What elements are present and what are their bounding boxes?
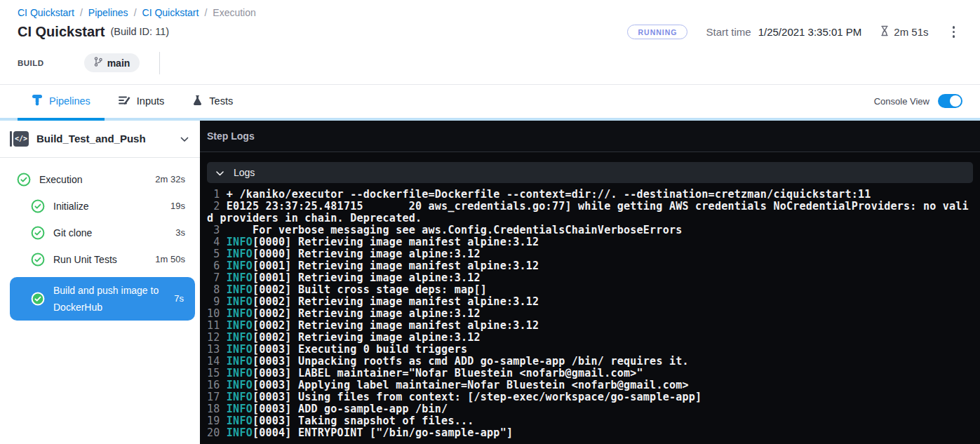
pipeline-icon	[32, 94, 43, 108]
log-line: 14 INFO[0003] Unpacking rootfs as cmd AD…	[207, 356, 973, 368]
step-duration: 7s	[174, 293, 184, 304]
log-line: 10 INFO[0002] Retrieving image alpine:3.…	[207, 308, 973, 320]
log-line: 4 INFO[0000] Retrieving image manifest a…	[207, 236, 973, 248]
pipeline-header[interactable]: </> Build_Test_and_Push	[0, 121, 200, 158]
step-duration: 1m 50s	[155, 254, 185, 264]
execution-sidebar: </> Build_Test_and_Push Execution2m 32sI…	[0, 121, 200, 444]
tab-label: Inputs	[137, 95, 165, 107]
step-label: Git clone	[53, 224, 170, 241]
log-line: 16 INFO[0003] Applying label maintainer=…	[207, 379, 973, 391]
tab-bar: Pipelines Inputs Tests Console View	[0, 85, 980, 121]
log-line: 20 INFO[0004] ENTRYPOINT ["/bin/go-sampl…	[207, 427, 973, 439]
tests-icon	[192, 95, 203, 108]
console-view-label: Console View	[874, 96, 929, 107]
start-time-label: Start time	[706, 26, 751, 38]
status-badge: RUNNING	[627, 25, 687, 39]
step-duration: 2m 32s	[155, 174, 185, 184]
step-item[interactable]: Execution2m 32s	[0, 166, 200, 193]
log-line: 2 E0125 23:37:25.481715 20 aws_credentia…	[207, 201, 973, 224]
page-title: CI Quickstart	[18, 24, 105, 40]
pipeline-name: Build_Test_and_Push	[36, 133, 180, 144]
tab-pipelines[interactable]: Pipelines	[18, 85, 105, 118]
more-options-button[interactable]	[947, 23, 961, 41]
log-line: 5 INFO[0000] Retrieving image alpine:3.1…	[207, 248, 973, 260]
step-label: Build and push image to DockerHub	[53, 282, 168, 316]
git-branch-icon	[94, 57, 102, 69]
step-duration: 19s	[170, 201, 185, 211]
breadcrumb: CI Quickstart / Pipelines / CI Quickstar…	[18, 7, 966, 18]
breadcrumb-current: Execution	[213, 7, 255, 18]
log-line: 17 INFO[0003] Using files from context: …	[207, 391, 973, 403]
console-view-toggle[interactable]	[938, 94, 962, 108]
code-stage-icon: </>	[10, 131, 29, 147]
step-label: Execution	[39, 171, 149, 188]
log-line: 13 INFO[0003] Executing 0 build triggers	[207, 344, 973, 356]
log-line: 8 INFO[0002] Built cross stage deps: map…	[207, 284, 973, 296]
step-item[interactable]: Initialize19s	[0, 193, 200, 220]
check-circle-icon	[31, 292, 45, 306]
start-time-value: 1/25/2021 3:35:01 PM	[758, 26, 862, 38]
build-id: (Build ID: 11)	[110, 26, 169, 37]
log-line: 19 INFO[0003] Taking snapshot of files..…	[207, 415, 973, 427]
step-list: Execution2m 32sInitialize19sGit clone3sR…	[0, 158, 200, 321]
log-lines: 1 + /kaniko/executor --dockerfile=Docker…	[200, 183, 980, 444]
step-label: Run Unit Tests	[53, 251, 149, 268]
chevron-down-icon	[216, 166, 224, 179]
tab-inputs[interactable]: Inputs	[105, 85, 179, 118]
hourglass-icon	[880, 25, 890, 39]
logs-section-toggle[interactable]: Logs	[207, 162, 973, 183]
inputs-icon	[119, 95, 130, 108]
step-label: Initialize	[53, 198, 165, 215]
log-line: 11 INFO[0002] Retrieving image manifest …	[207, 320, 973, 332]
build-label: BUILD	[18, 59, 44, 67]
log-panel: Step Logs Logs 1 + /kaniko/executor --do…	[200, 121, 980, 444]
page-header: CI Quickstart / Pipelines / CI Quickstar…	[0, 0, 980, 84]
tab-label: Pipelines	[49, 95, 90, 107]
breadcrumb-link-pipeline[interactable]: CI Quickstart	[142, 7, 199, 18]
step-item[interactable]: Run Unit Tests1m 50s	[0, 246, 200, 273]
logs-section-label: Logs	[234, 167, 255, 178]
step-duration: 3s	[175, 227, 185, 238]
breadcrumb-separator: /	[134, 7, 137, 18]
breadcrumb-separator: /	[204, 7, 207, 18]
log-line: 15 INFO[0003] LABEL maintainer="Nofar Bl…	[207, 368, 973, 379]
log-line: 3 For verbose messaging see aws.Config.C…	[207, 224, 973, 236]
breadcrumb-separator: /	[80, 7, 83, 18]
branch-tag[interactable]: main	[84, 53, 140, 72]
log-line: 7 INFO[0001] Retrieving image alpine:3.1…	[207, 272, 973, 284]
step-item[interactable]: Build and push image to DockerHub7s	[10, 277, 195, 321]
log-panel-title: Step Logs	[207, 130, 255, 142]
breadcrumb-link-pipelines[interactable]: Pipelines	[88, 7, 128, 18]
branch-name: main	[107, 58, 130, 69]
log-line: 9 INFO[0002] Retrieving image manifest a…	[207, 296, 973, 308]
check-circle-icon	[31, 253, 45, 267]
tab-tests[interactable]: Tests	[178, 85, 247, 118]
breadcrumb-link-project[interactable]: CI Quickstart	[18, 7, 74, 18]
log-line: 6 INFO[0001] Retrieving image manifest a…	[207, 260, 973, 272]
step-item[interactable]: Git clone3s	[0, 220, 200, 246]
divider	[159, 52, 160, 74]
check-circle-icon	[31, 226, 45, 240]
chevron-down-icon[interactable]	[180, 133, 189, 145]
check-circle-icon	[17, 173, 31, 187]
tab-label: Tests	[209, 95, 233, 107]
log-line: 12 INFO[0002] Retrieving image alpine:3.…	[207, 332, 973, 344]
elapsed-duration: 2m 51s	[894, 26, 928, 38]
check-circle-icon	[31, 199, 45, 213]
log-line: 18 INFO[0003] ADD go-sample-app /bin/	[207, 403, 973, 415]
log-line: 1 + /kaniko/executor --dockerfile=Docker…	[207, 189, 973, 201]
log-panel-header: Step Logs	[200, 121, 980, 152]
